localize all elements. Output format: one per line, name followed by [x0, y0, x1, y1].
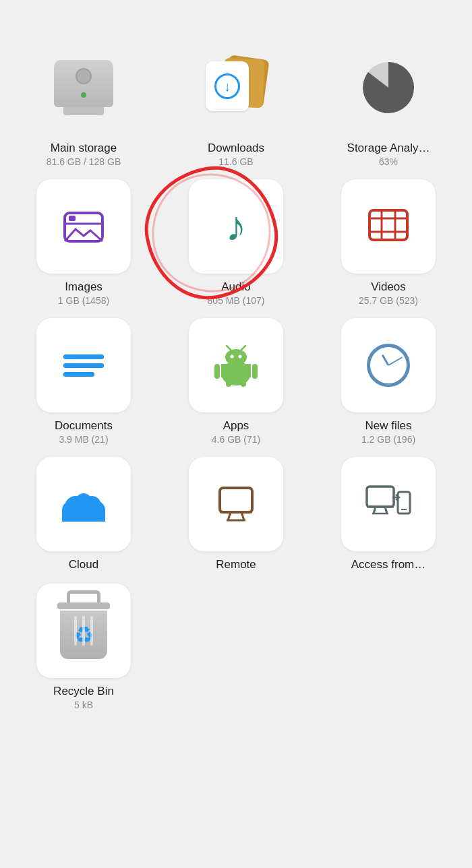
- svg-rect-31: [367, 487, 394, 507]
- recycle-bin-icon: ♻: [36, 584, 131, 678]
- main-storage-sub: 81.6 GB / 128 GB: [47, 156, 121, 167]
- svg-point-23: [76, 493, 92, 509]
- downloads-icon: ↓: [189, 40, 283, 135]
- downloads-label: Downloads: [208, 142, 264, 155]
- remote-item[interactable]: Remote: [166, 457, 306, 571]
- svg-rect-4: [370, 210, 407, 240]
- svg-rect-16: [214, 364, 220, 379]
- downloads-item[interactable]: ↓ Downloads 11.6 GB: [166, 40, 306, 167]
- svg-rect-36: [398, 492, 410, 514]
- audio-label: Audio: [221, 280, 250, 294]
- storage-analyzer-label: Storage Analy…: [347, 142, 430, 155]
- cloud-label: Cloud: [69, 558, 98, 571]
- access-from-item[interactable]: Access from…: [318, 457, 459, 571]
- main-storage-label: Main storage: [51, 142, 117, 155]
- svg-rect-18: [226, 377, 231, 387]
- svg-point-12: [231, 355, 234, 359]
- new-files-item[interactable]: New files 1.2 GB (196): [318, 318, 459, 445]
- access-from-label: Access from…: [351, 558, 426, 571]
- svg-rect-25: [62, 509, 105, 516]
- svg-rect-26: [220, 488, 252, 512]
- recycle-bin-sub: 5 kB: [74, 700, 93, 710]
- svg-point-11: [225, 349, 247, 365]
- recycle-bin-label: Recycle Bin: [53, 685, 114, 698]
- storage-analyzer-sub: 63%: [379, 156, 398, 167]
- svg-rect-10: [221, 364, 251, 377]
- remote-label: Remote: [216, 558, 256, 571]
- downloads-sub: 11.6 GB: [218, 156, 253, 167]
- videos-item[interactable]: Videos 25.7 GB (523): [318, 179, 459, 306]
- cloud-icon: [36, 457, 131, 551]
- remote-icon: [189, 457, 283, 551]
- apps-sub: 4.6 GB (71): [212, 434, 260, 445]
- svg-line-15: [241, 346, 245, 350]
- documents-item[interactable]: Documents 3.9 MB (21): [13, 318, 154, 445]
- videos-sub: 25.7 GB (523): [359, 295, 418, 306]
- svg-rect-17: [252, 364, 258, 379]
- new-files-sub: 1.2 GB (196): [361, 434, 415, 445]
- svg-rect-3: [69, 216, 76, 221]
- images-item[interactable]: Images 1 GB (1458): [13, 179, 154, 306]
- documents-label: Documents: [55, 419, 113, 433]
- videos-icon: [341, 179, 436, 274]
- apps-icon: [189, 318, 283, 412]
- audio-sub: 805 MB (107): [208, 295, 265, 306]
- access-from-icon: [341, 457, 436, 551]
- documents-sub: 3.9 MB (21): [59, 434, 108, 445]
- audio-icon: ♪: [189, 179, 283, 274]
- svg-line-14: [227, 346, 231, 350]
- new-files-icon: [341, 318, 436, 412]
- main-storage-item[interactable]: Main storage 81.6 GB / 128 GB: [13, 40, 154, 167]
- main-storage-icon: [36, 40, 131, 135]
- new-files-label: New files: [365, 419, 412, 433]
- storage-analyzer-item[interactable]: Storage Analy… 63%: [318, 40, 459, 167]
- recycle-bin-item[interactable]: ♻ Recycle Bin 5 kB: [13, 584, 154, 710]
- audio-item[interactable]: ♪ Audio 805 MB (107): [166, 179, 306, 306]
- images-label: Images: [65, 280, 102, 294]
- images-sub: 1 GB (1458): [58, 295, 109, 306]
- storage-analyzer-icon: [341, 40, 436, 135]
- images-icon: [36, 179, 131, 274]
- apps-label: Apps: [223, 419, 249, 433]
- cloud-item[interactable]: Cloud: [13, 457, 154, 571]
- svg-point-13: [239, 355, 242, 359]
- documents-icon: [36, 318, 131, 412]
- videos-label: Videos: [371, 280, 406, 294]
- svg-rect-19: [241, 377, 246, 387]
- apps-item[interactable]: Apps 4.6 GB (71): [166, 318, 306, 445]
